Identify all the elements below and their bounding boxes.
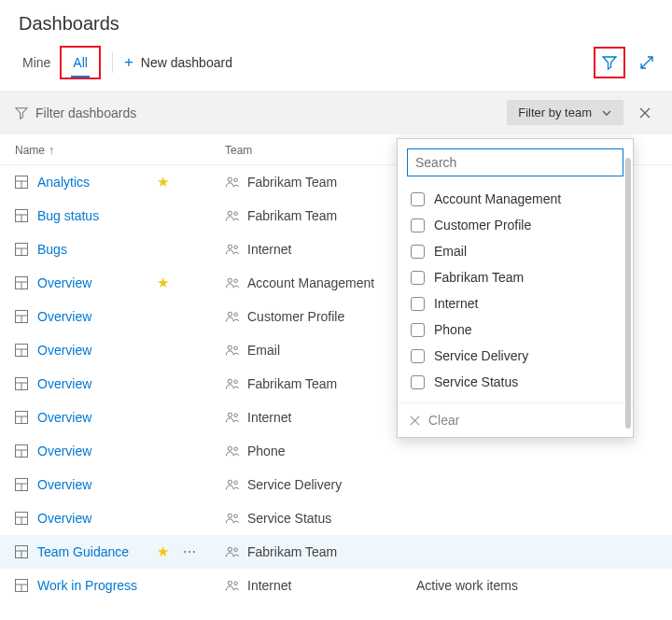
fullscreen-button[interactable] (635, 50, 659, 75)
filter-dashboards-input[interactable]: Filter dashboards (15, 106, 497, 120)
new-dashboard-button[interactable]: + New dashboard (124, 53, 232, 72)
team-name: Phone (247, 444, 285, 458)
star-icon[interactable]: ★ (157, 174, 169, 190)
checkbox[interactable] (411, 349, 425, 363)
team-name: Email (247, 343, 280, 358)
filter-by-team-label: Filter by team (518, 106, 592, 120)
dashboard-link[interactable]: Bug status (37, 208, 99, 223)
cell-name: Overview★ (15, 275, 225, 290)
checkbox[interactable] (411, 375, 425, 389)
checkbox[interactable] (411, 271, 425, 285)
dashboard-link[interactable]: Overview (37, 309, 91, 324)
checkbox[interactable] (411, 245, 425, 259)
team-option[interactable]: Account Management (407, 186, 623, 212)
column-team[interactable]: Team (225, 144, 416, 157)
filter-bar: Filter dashboards Filter by team (0, 91, 672, 134)
column-name[interactable]: Name ↑ (15, 144, 225, 157)
table-row[interactable]: OverviewService Status (0, 501, 672, 535)
filter-by-team-dropdown: Account ManagementCustomer ProfileEmailF… (397, 138, 634, 438)
cell-team: Customer Profile (225, 309, 416, 324)
dashboard-link[interactable]: Work in Progress (37, 578, 137, 593)
funnel-icon (15, 106, 28, 120)
star-icon[interactable]: ★ (157, 275, 169, 291)
table-row[interactable]: Work in ProgressInternetActive work item… (0, 569, 672, 602)
team-option[interactable]: Phone (407, 317, 623, 343)
filter-by-team-button[interactable]: Filter by team (507, 100, 623, 125)
cell-name: Overview (15, 376, 225, 391)
cell-name: Analytics★ (15, 175, 225, 190)
tab-mine[interactable]: Mine (13, 49, 60, 76)
new-dashboard-label: New dashboard (141, 55, 232, 70)
close-filter-button[interactable] (633, 103, 657, 123)
cell-team: Email (225, 343, 416, 358)
dashboard-link[interactable]: Team Guidance (37, 544, 129, 559)
cell-name: Work in Progress (15, 578, 225, 593)
team-options-list: Account ManagementCustomer ProfileEmailF… (398, 186, 633, 402)
column-name-label: Name (15, 144, 45, 157)
team-option[interactable]: Internet (407, 290, 623, 317)
team-option[interactable]: Service Delivery (407, 343, 623, 369)
clear-label: Clear (428, 413, 459, 428)
svg-point-54 (234, 514, 238, 518)
checkbox[interactable] (411, 323, 425, 337)
people-icon (225, 478, 240, 491)
people-icon (225, 545, 240, 558)
table-row[interactable]: Team Guidance★⋯Fabrikam Team (0, 535, 672, 569)
cell-name: Bug status (15, 208, 225, 223)
scrollbar[interactable] (625, 158, 631, 429)
svg-point-63 (228, 581, 231, 585)
team-option[interactable]: Email (407, 238, 623, 264)
svg-point-58 (228, 547, 231, 551)
dashboard-link[interactable]: Overview (37, 275, 91, 290)
plus-icon: + (124, 53, 133, 72)
dashboard-icon (15, 478, 28, 491)
star-icon[interactable]: ★ (157, 543, 169, 560)
dashboard-link[interactable]: Overview (37, 343, 91, 358)
team-option[interactable]: Fabrikam Team (407, 264, 623, 290)
dashboard-icon (15, 310, 28, 323)
table-row[interactable]: OverviewPhone (0, 434, 672, 468)
team-name: Customer Profile (247, 309, 344, 324)
team-option[interactable]: Service Status (407, 369, 623, 395)
svg-point-9 (234, 212, 238, 216)
team-option-label: Internet (434, 296, 478, 311)
people-icon (225, 209, 240, 222)
dashboard-link[interactable]: Overview (37, 511, 91, 526)
tab-all[interactable]: All (63, 49, 97, 76)
more-actions-button[interactable]: ⋯ (183, 544, 197, 559)
dashboard-link[interactable]: Overview (37, 444, 91, 458)
svg-point-39 (234, 414, 238, 417)
cell-name: Overview (15, 511, 225, 526)
svg-point-29 (234, 346, 238, 350)
clear-filter-button[interactable]: Clear (398, 402, 633, 437)
team-name: Account Management (247, 275, 374, 290)
filter-placeholder: Filter dashboards (35, 106, 136, 120)
dashboard-link[interactable]: Analytics (37, 175, 90, 190)
svg-point-19 (234, 279, 238, 283)
people-icon (225, 176, 240, 189)
dashboard-link[interactable]: Overview (37, 410, 91, 425)
cell-name: Overview (15, 309, 225, 324)
checkbox[interactable] (411, 218, 425, 232)
table-row[interactable]: OverviewService Delivery (0, 468, 672, 501)
svg-point-44 (234, 447, 238, 451)
people-icon (225, 276, 240, 289)
checkbox[interactable] (411, 297, 425, 311)
team-name: Fabrikam Team (247, 376, 337, 391)
team-option[interactable]: Customer Profile (407, 212, 623, 238)
svg-point-64 (234, 582, 238, 585)
close-icon (638, 106, 651, 120)
cell-team: Fabrikam Team (225, 544, 416, 559)
dashboard-link[interactable]: Overview (37, 376, 91, 391)
people-icon (225, 512, 240, 525)
filter-icon-button[interactable] (597, 50, 622, 75)
svg-point-24 (234, 313, 238, 317)
checkbox[interactable] (411, 192, 425, 206)
dashboard-icon (15, 512, 28, 525)
svg-point-43 (228, 446, 231, 450)
team-option-label: Phone (434, 322, 471, 337)
cell-team: Internet (225, 410, 416, 425)
dashboard-link[interactable]: Overview (37, 477, 91, 492)
team-search-input[interactable] (407, 148, 623, 176)
dashboard-link[interactable]: Bugs (37, 242, 67, 257)
